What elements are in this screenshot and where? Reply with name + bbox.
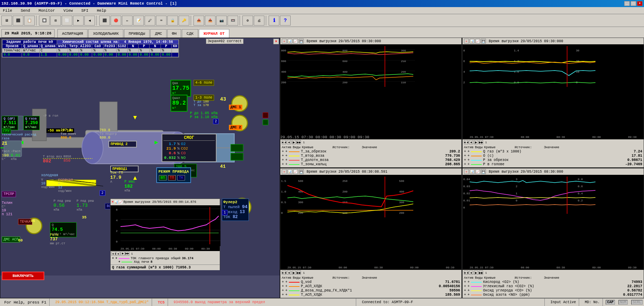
chart-tl-icon1[interactable]: 📊 — [287, 39, 292, 44]
cf-plus5[interactable]: + — [282, 158, 284, 162]
chart-br-icon3[interactable]: 💾 — [481, 169, 486, 174]
mini-legend-plus2[interactable]: + — [115, 257, 117, 260]
chart-br-nav-prev[interactable]: ◄ — [469, 271, 473, 275]
cf-plus6[interactable]: + — [285, 158, 287, 162]
chart-tr-nav-first[interactable]: ◄◄ — [464, 140, 468, 144]
cbr-plus4[interactable]: + — [467, 284, 470, 288]
chart-br-controls[interactable]: × 📊 📈 💾 — [464, 169, 486, 174]
chart-bl-icon2[interactable]: 📈 — [293, 169, 298, 174]
mini-nav-last[interactable]: ▶▶ — [125, 251, 129, 256]
pole-4-6[interactable]: 4-6 поле — [194, 80, 214, 86]
cf-plus2[interactable]: + — [285, 150, 287, 154]
cf-plus7[interactable]: + — [282, 162, 284, 166]
chart-tr-close[interactable]: × — [464, 39, 469, 44]
cbr-plus5[interactable]: + — [464, 289, 466, 293]
n2-btn-2[interactable]: 2 — [100, 190, 105, 196]
toolbar-btn-20[interactable]: 📼 — [228, 16, 238, 26]
ctr-plus8[interactable]: + — [467, 162, 470, 166]
close-button[interactable]: × — [637, 1, 643, 6]
gru-box[interactable]: ГРУ — [2, 128, 11, 134]
chart-tl-nav-next[interactable]: ▶ — [292, 140, 296, 144]
mini-nav-next[interactable]: ▶ — [121, 251, 125, 256]
cbl-plus3[interactable]: + — [282, 284, 284, 288]
toolbar-btn-info[interactable]: ℹ — [269, 16, 279, 26]
privod-tp-btn[interactable]: ТП — [168, 175, 176, 180]
toolbar-btn-9[interactable]: ⬛ — [99, 16, 110, 26]
titlebar-controls[interactable]: _ □ × — [624, 1, 643, 6]
chart-br-icon2[interactable]: 📈 — [475, 169, 480, 174]
toolbar-btn-17[interactable]: 📤 — [194, 16, 204, 26]
toolbar-btn-13[interactable]: 🖊 — [145, 16, 155, 26]
chart-tl-icon2[interactable]: 📈 — [293, 39, 298, 44]
toolbar-btn-15[interactable]: 🔒 — [167, 16, 178, 26]
chart-tl-icon3[interactable]: 💾 — [299, 39, 304, 44]
chart-bl-nav-last[interactable]: ▶▶ — [297, 271, 301, 275]
chart-tr-icon2[interactable]: 📈 — [475, 39, 480, 44]
mini-nav-first[interactable]: ◄◄ — [111, 251, 116, 256]
toolbar-btn-4[interactable]: 🔲 — [39, 16, 50, 26]
chart-tl-nav-first[interactable]: ◄◄ — [282, 140, 286, 144]
chart-br-nav-next[interactable]: ▶ — [474, 271, 478, 275]
n1-btn[interactable]: 1 — [222, 210, 228, 215]
chart-br-close[interactable]: × — [464, 169, 469, 174]
mini-legend-plus3[interactable]: + — [118, 260, 120, 264]
maximize-button[interactable]: □ — [631, 1, 636, 6]
toolbar-btn-21[interactable]: ⚙ — [242, 16, 253, 26]
chart-bl-nav-prev[interactable]: ◄ — [287, 271, 291, 275]
tab-fn[interactable]: ФН — [167, 29, 181, 38]
chart-tr-icon3[interactable]: 💾 — [481, 39, 486, 44]
cbl-plus4[interactable]: + — [285, 284, 287, 288]
toolbar-btn-5[interactable]: ⊞ — [50, 16, 61, 26]
menu-send[interactable]: Send — [19, 8, 31, 13]
toolbar-btn-18[interactable]: 📥 — [205, 16, 215, 26]
chart-tl-nav-prev[interactable]: ◄ — [287, 140, 291, 144]
mini-chart-icon1[interactable]: 📊 — [114, 200, 118, 204]
cbl-plus6[interactable]: + — [285, 289, 287, 293]
scada-close-btn[interactable]: × — [273, 39, 279, 44]
cbl-plus1[interactable]: + — [282, 280, 284, 284]
toolbar-btn-10[interactable]: 🔴 — [111, 16, 121, 26]
chart-tr-nav-next[interactable]: ▶ — [474, 140, 478, 144]
menu-help[interactable]: Help — [95, 8, 107, 13]
cbr-plus8[interactable]: + — [467, 293, 470, 297]
cbl-plus8[interactable]: + — [285, 293, 287, 297]
menu-sfi[interactable]: SFI — [80, 8, 90, 13]
cbr-plus2[interactable]: + — [467, 280, 470, 284]
menu-monitor[interactable]: Monitor — [37, 8, 56, 13]
chart-tr-controls[interactable]: × 📊 📈 💾 — [464, 39, 486, 44]
toolbar-btn-6[interactable]: ⬜ — [62, 16, 72, 26]
toolbar-btn-19[interactable]: 📷 — [216, 16, 227, 26]
toolbar-btn-22[interactable]: 🖨 — [254, 16, 264, 26]
chart-tr-nav-prev[interactable]: ◄ — [469, 140, 473, 144]
mini-chart-close[interactable]: × — [112, 200, 113, 204]
cbl-plus5[interactable]: + — [282, 289, 284, 293]
toolbar-btn-help[interactable]: ? — [280, 16, 291, 26]
toolbar-btn-7[interactable]: ▶ — [73, 16, 84, 26]
ctr-plus3[interactable]: + — [464, 154, 466, 158]
tab-journal[interactable]: ЖУРНАЛ ОТ — [199, 29, 229, 38]
chart-bl-icon1[interactable]: 📊 — [287, 169, 292, 174]
menu-view[interactable]: View — [62, 8, 74, 13]
toolbar-btn-3[interactable]: 📋 — [24, 16, 35, 26]
vyklyuchit-button[interactable]: ВЫКЛЮЧИТЬ — [2, 272, 44, 280]
cf-plus1[interactable]: + — [282, 150, 284, 154]
chart-bl-close[interactable]: × — [282, 169, 287, 174]
chart-tl-controls[interactable]: × 📊 📈 💾 — [282, 39, 304, 44]
ctr-plus7[interactable]: + — [464, 162, 466, 166]
ctr-plus4[interactable]: + — [467, 154, 470, 158]
n2-btn-1[interactable]: 2 — [213, 119, 219, 124]
mini-nav-prev[interactable]: ◄ — [116, 251, 120, 256]
ctr-plus1[interactable]: + — [464, 150, 466, 154]
cbr-plus7[interactable]: + — [464, 293, 466, 297]
mini-chart-icon2[interactable]: 📈 — [119, 200, 123, 204]
tab-sdk[interactable]: СДК — [182, 29, 198, 38]
ctr-plus5[interactable]: + — [464, 158, 466, 162]
toolbar-btn-16[interactable]: 🔑 — [179, 16, 189, 26]
tab-holodilnik[interactable]: ХОЛОДИЛЬНИК — [88, 29, 123, 38]
chart-br-nav-first[interactable]: ◄◄ — [464, 271, 468, 275]
cbr-plus1[interactable]: + — [464, 280, 466, 284]
toolbar-btn-11[interactable]: ✏️ — [122, 16, 133, 26]
cbr-plus3[interactable]: + — [464, 284, 466, 288]
toolbar-btn-1[interactable]: 🖥 — [1, 16, 12, 26]
mini-legend-plus1[interactable]: + — [112, 257, 114, 260]
